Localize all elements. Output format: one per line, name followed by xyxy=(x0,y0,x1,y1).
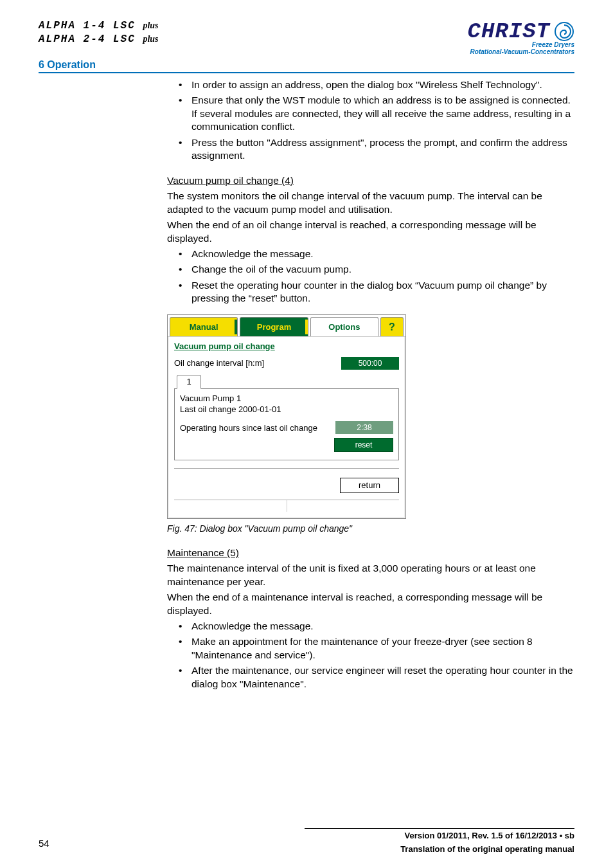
fig-caption: Fig. 47: Dialog box "Vacuum pump oil cha… xyxy=(167,523,574,534)
tab-program-label: Program xyxy=(257,321,291,332)
pump-box: Vacuum Pump 1 Last oil change 2000-01-01… xyxy=(174,388,399,460)
vac-p1: The system monitors the oil change inter… xyxy=(167,190,574,216)
return-button[interactable]: return xyxy=(340,478,399,493)
ophours-value: 2:38 xyxy=(335,421,393,434)
top-bullet: Ensure that only the WST module to which… xyxy=(179,94,574,133)
dialog-footer xyxy=(174,500,399,512)
tab-options[interactable]: Options xyxy=(310,317,378,336)
maint-p1: The maintenance interval of the unit is … xyxy=(167,562,574,588)
brand-block: CHRIST Freeze Dryers Rotational-Vacuum-C… xyxy=(468,19,574,55)
header-rule xyxy=(39,72,574,73)
brand-name: CHRIST xyxy=(468,19,550,44)
product2a: ALPHA 2-4 LSC xyxy=(39,33,136,45)
maint-p2: When the end of a maintenance interval i… xyxy=(167,591,574,617)
ophours-label: Operating hours since last oil change xyxy=(180,422,317,433)
product-line-2: ALPHA 2-4 LSC plus xyxy=(39,33,159,46)
footer-version: Version 01/2011, Rev. 1.5 of 16/12/2013 … xyxy=(305,828,574,840)
maint-bullets: Acknowledge the message. Make an appoint… xyxy=(167,620,574,691)
tab-help[interactable]: ? xyxy=(380,317,404,336)
vac-heading: Vacuum pump oil change (4) xyxy=(167,174,574,187)
vac-bullets: Acknowledge the message. Change the oil … xyxy=(167,248,574,305)
maint-heading: Maintenance (5) xyxy=(167,547,574,559)
dialog-divider xyxy=(174,468,399,469)
dialog-box: Manual Program Options ? Vacuum pump oil… xyxy=(167,314,406,519)
tab-manual-label: Manual xyxy=(190,321,218,332)
dialog-title: Vacuum pump oil change xyxy=(174,341,275,352)
brand-tag2: Rotational-Vacuum-Concentrators xyxy=(468,48,574,55)
tab-help-label: ? xyxy=(389,320,395,334)
interval-value[interactable]: 500:00 xyxy=(341,357,399,370)
tab-manual[interactable]: Manual xyxy=(170,317,238,336)
swirl-icon xyxy=(554,21,574,42)
vac-p2: When the end of an oil change interval i… xyxy=(167,219,574,245)
product1a: ALPHA 1-4 LSC xyxy=(39,20,136,32)
pump-tab[interactable]: 1 xyxy=(177,375,201,389)
vac-bullet: Reset the operating hour counter in the … xyxy=(179,279,574,305)
tab-options-label: Options xyxy=(328,321,360,332)
reset-button[interactable]: reset xyxy=(334,438,393,452)
section-title: 6 Operation xyxy=(39,59,574,71)
product-line-1: ALPHA 1-4 LSC plus xyxy=(39,19,159,33)
tab-program[interactable]: Program xyxy=(240,317,308,336)
top-bullet: In order to assign an address, open the … xyxy=(179,78,574,91)
page-number: 54 xyxy=(39,838,49,849)
maint-bullet: Acknowledge the message. xyxy=(179,620,574,633)
top-bullets: In order to assign an address, open the … xyxy=(167,78,574,163)
pump-name: Vacuum Pump 1 xyxy=(180,393,393,404)
interval-label: Oil change interval [h:m] xyxy=(174,357,264,368)
vac-bullet: Acknowledge the message. xyxy=(179,248,574,260)
maint-bullet: Make an appointment for the maintenance … xyxy=(179,635,574,662)
maint-bullet: After the maintenance, our service engin… xyxy=(179,664,574,691)
product1b: plus xyxy=(143,21,158,30)
product2b: plus xyxy=(143,34,158,44)
top-bullet: Press the button "Address assignment", p… xyxy=(179,136,574,163)
footer-translation: Translation of the original operating ma… xyxy=(305,844,574,854)
vac-bullet: Change the oil of the vacuum pump. xyxy=(179,263,574,276)
last-change: Last oil change 2000-01-01 xyxy=(180,404,393,415)
